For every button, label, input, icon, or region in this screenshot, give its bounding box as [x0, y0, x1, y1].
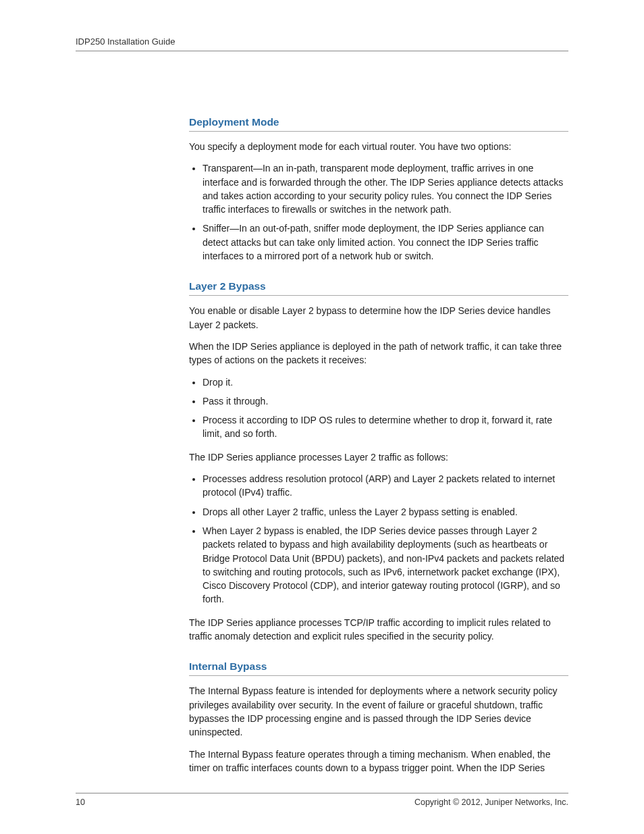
list-item: Drop it. [203, 375, 568, 389]
bullet-list: Processes address resolution protocol (A… [189, 472, 568, 606]
page-number: 10 [76, 798, 85, 807]
running-header: IDP250 Installation Guide [76, 36, 568, 51]
paragraph: You specify a deployment mode for each v… [189, 140, 568, 153]
paragraph: You enable or disable Layer 2 bypass to … [189, 304, 568, 332]
list-item: Transparent—In an in-path, transparent m… [203, 161, 568, 216]
list-item: Process it according to IDP OS rules to … [203, 413, 568, 441]
list-item: Processes address resolution protocol (A… [203, 472, 568, 500]
bullet-list: Drop it. Pass it through. Process it acc… [189, 375, 568, 441]
section-heading-internal-bypass: Internal Bypass [189, 660, 568, 676]
copyright-text: Copyright © 2012, Juniper Networks, Inc. [414, 798, 568, 807]
section-internal-bypass: Internal Bypass The Internal Bypass feat… [189, 660, 568, 775]
paragraph: When the IDP Series appliance is deploye… [189, 340, 568, 367]
paragraph: The Internal Bypass feature operates thr… [189, 748, 568, 775]
paragraph: The Internal Bypass feature is intended … [189, 684, 568, 739]
list-item: Drops all other Layer 2 traffic, unless … [203, 505, 568, 519]
paragraph: The IDP Series appliance processes TCP/I… [189, 616, 568, 644]
main-content: Deployment Mode You specify a deployment… [189, 116, 568, 775]
section-heading-deployment-mode: Deployment Mode [189, 116, 568, 132]
section-layer2-bypass: Layer 2 Bypass You enable or disable Lay… [189, 280, 568, 643]
list-item: Pass it through. [203, 394, 568, 408]
page: IDP250 Installation Guide Deployment Mod… [0, 0, 644, 834]
section-heading-layer2-bypass: Layer 2 Bypass [189, 280, 568, 296]
list-item: When Layer 2 bypass is enabled, the IDP … [203, 524, 568, 606]
section-deployment-mode: Deployment Mode You specify a deployment… [189, 116, 568, 263]
list-item: Sniffer—In an out-of-path, sniffer mode … [203, 221, 568, 263]
page-footer: 10 Copyright © 2012, Juniper Networks, I… [76, 793, 568, 807]
bullet-list: Transparent—In an in-path, transparent m… [189, 161, 568, 263]
paragraph: The IDP Series appliance processes Layer… [189, 450, 568, 464]
